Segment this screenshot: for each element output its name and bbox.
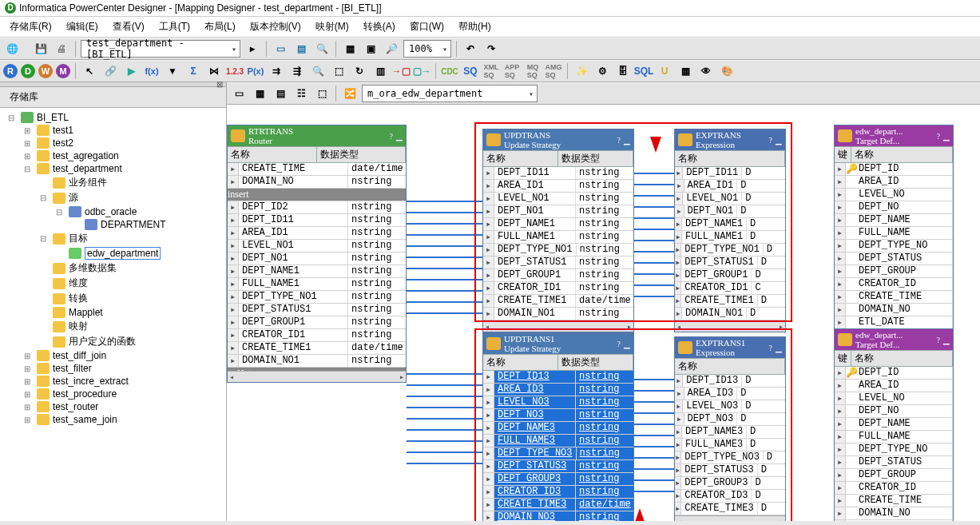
tree-node[interactable]: ⊞test_filter xyxy=(0,362,226,375)
port-row[interactable]: ▸DEPT_STATUS xyxy=(835,456,953,469)
port-row[interactable]: ▸DEPT_STATUS1D xyxy=(675,257,785,269)
port-row[interactable]: ▸DEPT_TYPE_NO1nstring xyxy=(483,244,633,257)
d-icon[interactable]: D xyxy=(21,64,35,78)
port-row[interactable]: ▸CREATOR_ID3D xyxy=(675,490,785,503)
tool-2-icon[interactable]: ▤ xyxy=(292,40,310,58)
port-row[interactable]: ▸CREATE_TIME1date/time xyxy=(228,342,406,355)
tree-twisty[interactable]: ⊟ xyxy=(53,208,65,217)
print-icon[interactable]: 🖨 xyxy=(53,40,70,58)
arrange-icon[interactable]: ▭ xyxy=(230,85,248,102)
port-row[interactable]: ▸DEPT_NAME3nstring xyxy=(483,422,633,435)
port-row[interactable]: ▸CREATE_TIME1date/time xyxy=(483,295,633,308)
align-icon[interactable]: ▤ xyxy=(272,85,289,102)
port-row[interactable]: ▸DEPT_NO1nstring xyxy=(483,205,633,218)
save-icon[interactable]: 💾 xyxy=(32,40,50,58)
wizard-icon[interactable]: ✨ xyxy=(573,62,590,80)
repo-icon[interactable]: 🌐 xyxy=(3,40,21,58)
tree-node[interactable]: ⊞test_diff_join xyxy=(0,349,226,362)
xform-exptrans1[interactable]: EXPTRANS1Expression ?▁ 名称 ▸DEPT_ID13D▸AR… xyxy=(674,336,786,521)
port-row[interactable]: ▸DOMAIN_NO3nstring xyxy=(483,511,633,521)
port-row[interactable]: ▸DEPT_GROUP1nstring xyxy=(228,316,406,329)
port-row[interactable]: ▸DEPT_NAME xyxy=(835,214,953,227)
port-row[interactable]: ▸FULL_NAME1nstring xyxy=(483,231,633,244)
port-row[interactable]: ▸CREATOR_ID3nstring xyxy=(483,486,633,499)
menu-item[interactable]: 转换(A) xyxy=(357,18,402,35)
tree-node[interactable]: edw_department xyxy=(0,246,226,261)
port-row[interactable]: ▸DOMAIN_NO1D xyxy=(675,308,785,320)
port-row[interactable]: ▸FULL_NAME xyxy=(835,431,953,443)
port-row[interactable]: ▸CREATE_TIMEdate/time xyxy=(228,163,406,176)
panel-close-icon[interactable]: ⊠ xyxy=(216,80,223,89)
tree-twisty[interactable]: ⊞ xyxy=(21,152,34,161)
sq-btn[interactable]: SQ xyxy=(462,62,479,80)
port-row[interactable]: ▸LEVEL_NO xyxy=(835,189,953,201)
undo-icon[interactable]: ↶ xyxy=(462,40,479,58)
tree-twisty[interactable]: ⊞ xyxy=(21,139,34,148)
r-icon[interactable]: R xyxy=(3,64,18,78)
xform-updtrans[interactable]: UPDTRANSUpdate Strategy ?▁ 名称数据类型 ▸DEPT_… xyxy=(482,129,634,332)
tree-node[interactable]: 用户定义的函数 xyxy=(0,334,226,349)
tree-node[interactable]: ⊟源 xyxy=(0,190,226,205)
xform-rtrtrans[interactable]: RTRTRANSRouter ?▁ 名称数据类型 ▸CREATE_TIMEdat… xyxy=(227,125,407,383)
seq-icon[interactable]: ⇉ xyxy=(268,62,285,80)
port-row[interactable]: ▸DEPT_ID11nstring xyxy=(228,214,406,227)
sql-btn[interactable]: SQL xyxy=(635,62,653,80)
tree-twisty[interactable]: ⊟ xyxy=(21,165,34,173)
port-row[interactable]: ▸DEPT_NO3D xyxy=(675,413,785,426)
iconize-icon[interactable]: ☷ xyxy=(292,85,310,102)
tree-node[interactable]: ⊞test_procedure xyxy=(0,388,226,400)
tree-twisty[interactable]: ⊞ xyxy=(21,390,34,399)
port-row[interactable]: ▸AREA_ID1D xyxy=(675,180,785,193)
port-row[interactable]: ▸DEPT_GROUP xyxy=(835,265,953,278)
tree-node[interactable]: ⊞test_same_join xyxy=(0,413,226,426)
tool-1-icon[interactable]: ▭ xyxy=(272,40,289,58)
menu-item[interactable]: 映射(M) xyxy=(309,18,355,35)
port-row[interactable]: ▸DEPT_GROUP3nstring xyxy=(483,473,633,486)
port-row[interactable]: ▸FULL_NAME3D xyxy=(675,439,785,451)
pointer-icon[interactable]: ↖ xyxy=(81,62,98,80)
port-row[interactable]: ▸CREATE_TIME xyxy=(835,495,953,507)
port-row[interactable]: ▸ETL_DATE xyxy=(835,316,953,329)
port-row[interactable]: ▸DEPT_TYPE_NO xyxy=(835,443,953,456)
view-icon[interactable]: 👁 xyxy=(697,62,715,80)
tree-node[interactable]: ⊞test_agregation xyxy=(0,149,226,162)
router-icon[interactable]: ⇶ xyxy=(288,62,306,80)
port-row[interactable]: ▸DEPT_ID2nstring xyxy=(228,201,406,214)
tree-twisty[interactable]: ⊞ xyxy=(21,352,34,360)
port-row[interactable]: ▸FULL_NAME3nstring xyxy=(483,435,633,447)
tree-twisty[interactable]: ⊟ xyxy=(5,113,18,122)
port-row[interactable]: ▸DEPT_GROUP xyxy=(835,469,953,482)
help-icon[interactable]: ? xyxy=(390,132,393,141)
link-icon[interactable]: 🔗 xyxy=(101,62,119,80)
join-icon[interactable]: ⋈ xyxy=(205,62,223,80)
fit-icon[interactable]: ▣ xyxy=(362,40,379,58)
redo-icon[interactable]: ↷ xyxy=(482,40,500,58)
port-row[interactable]: ▸DEPT_TYPE_NO xyxy=(835,240,953,253)
tree-node[interactable]: 业务组件 xyxy=(0,175,226,190)
port-row[interactable]: ▸DEPT_ID11D xyxy=(675,167,785,180)
menu-item[interactable]: 窗口(W) xyxy=(403,18,450,35)
mapping-combo[interactable]: m_ora_edw_department xyxy=(362,85,538,102)
port-row[interactable]: ▸FULL_NAME xyxy=(835,227,953,240)
palette-icon[interactable]: 🎨 xyxy=(718,62,736,80)
tree-node[interactable]: ⊞test_router xyxy=(0,400,226,413)
port-row[interactable]: ▸CREATOR_ID1nstring xyxy=(228,329,406,342)
m-icon[interactable]: M xyxy=(56,64,70,78)
port-row[interactable]: ▸LEVEL_NO1nstring xyxy=(483,193,633,205)
port-row[interactable]: ▸DEPT_STATUS1nstring xyxy=(483,257,633,269)
rank-icon[interactable]: 1.2.3 xyxy=(226,62,244,80)
port-row[interactable]: ▸DOMAIN_NOnstring xyxy=(228,176,406,189)
mq-sq-icon[interactable]: MQSQ xyxy=(524,62,542,80)
port-row[interactable]: ▸DEPT_NAME3D xyxy=(675,426,785,439)
menu-item[interactable]: 编辑(E) xyxy=(60,18,105,35)
menu-item[interactable]: 布局(L) xyxy=(198,18,242,35)
px-icon[interactable]: P(x) xyxy=(247,62,264,80)
port-row[interactable]: ▸CREATE_TIME xyxy=(835,291,953,304)
tree-node[interactable]: 转换 xyxy=(0,291,226,306)
port-row[interactable]: ▸DEPT_GROUP1nstring xyxy=(483,269,633,282)
port-row[interactable]: ▸DEPT_ID13nstring xyxy=(483,371,633,384)
menu-item[interactable]: 工具(T) xyxy=(153,18,196,35)
port-row[interactable]: ▸DEPT_STATUS xyxy=(835,253,953,265)
port-row[interactable]: ▸CREATE_TIME3D xyxy=(675,503,785,515)
port-row[interactable]: ▸DOMAIN_NO xyxy=(835,507,953,520)
